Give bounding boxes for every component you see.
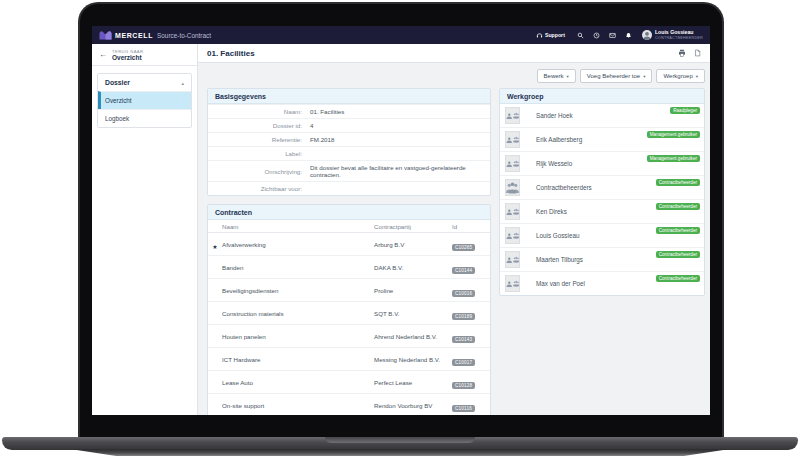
- column-id: Id: [452, 221, 490, 232]
- group-icon: [513, 132, 520, 147]
- contract-party: Rendon Voorburg BV: [372, 400, 452, 411]
- support-label: Support: [545, 32, 565, 38]
- laptop-base: [2, 437, 798, 450]
- list-item[interactable]: Contractbeheerders Contractbeheerder: [500, 176, 704, 200]
- werkgroep-button[interactable]: Werkgroep ▾: [656, 69, 705, 83]
- contract-name: Afvalverwerking: [222, 239, 372, 250]
- product-name: Source-to-Contract: [157, 32, 211, 39]
- headset-icon: [536, 32, 543, 39]
- sidebar-item-overzicht[interactable]: Overzicht: [98, 91, 191, 109]
- list-item[interactable]: Ken Direks Contractbeheerder: [500, 200, 704, 224]
- favorite-icon[interactable]: ★: [212, 244, 217, 250]
- column-contractpartij: Contractpartij: [372, 221, 452, 232]
- contract-id-badge: C10144: [452, 267, 475, 274]
- page: MERCELL Source-to-Contract Support: [0, 0, 800, 459]
- member-avatar: [505, 131, 520, 148]
- brand-name: MERCELL: [115, 32, 153, 39]
- list-item[interactable]: Louis Gossieau Contractbeheerder: [500, 224, 704, 248]
- mail-icon[interactable]: [609, 32, 616, 39]
- member-name: Louis Gossieau: [536, 232, 579, 239]
- field-row: Referentie: FM.2018: [208, 132, 490, 146]
- table-row[interactable]: ★ Banden DAKA B.V. C10144: [208, 256, 490, 279]
- document-icon[interactable]: [694, 49, 701, 57]
- list-item[interactable]: Sander Hoek Raadpleger: [500, 104, 704, 128]
- chevron-down-icon: ▾: [643, 74, 645, 79]
- contract-name: ICT Hardware: [222, 354, 372, 365]
- mercell-logo-icon: [99, 30, 112, 40]
- list-item[interactable]: Erik Aalbersberg Management gebruiker: [500, 128, 704, 152]
- contract-id-badge: C10128: [452, 382, 475, 389]
- field-value: 01. Facilities: [308, 105, 490, 118]
- search-icon[interactable]: [577, 32, 584, 39]
- group-icon: [513, 156, 520, 171]
- contract-name: Lease Auto: [222, 377, 372, 388]
- voeg-beheerder-toe-button-label: Voeg Beheerder toe: [587, 73, 640, 79]
- sidebar-menu: Dossier ▴ Overzicht Logboek: [97, 73, 192, 128]
- member-name: Contractbeheerders: [536, 184, 592, 191]
- field-value: 4: [308, 119, 490, 132]
- group-icon: [513, 252, 520, 267]
- user-menu[interactable]: Louis Gossieau CONTRACTBEHEERDER: [642, 30, 703, 40]
- group-icon: [513, 108, 520, 123]
- member-name: Max van der Poel: [536, 280, 585, 287]
- print-icon[interactable]: [678, 49, 686, 57]
- contract-party: Arburg B.V: [372, 239, 452, 250]
- member-name: Erik Aalbersberg: [536, 136, 582, 143]
- support-button[interactable]: Support: [536, 32, 565, 39]
- table-row[interactable]: ★ Lease Auto Perfect Lease C10128: [208, 371, 490, 394]
- field-label: Dossier id:: [208, 119, 308, 132]
- laptop-shadow: [70, 449, 730, 456]
- list-item[interactable]: Maarten Tilburgs Contractbeheerder: [500, 248, 704, 272]
- member-role-badge: Contractbeheerder: [656, 275, 700, 282]
- list-item[interactable]: Max van der Poel Contractbeheerder: [500, 272, 704, 295]
- contract-id-badge: C10116: [452, 405, 475, 412]
- contract-party: DAKA B.V.: [372, 262, 452, 273]
- field-value: [308, 186, 490, 192]
- table-row[interactable]: ★ Beveiligingsdiensten Proline C10016: [208, 279, 490, 302]
- member-avatar: [505, 251, 520, 268]
- table-row[interactable]: ★ Afvalverwerking Arburg B.V C10265: [208, 233, 490, 256]
- group-icon: [513, 276, 520, 291]
- member-avatar: [505, 107, 520, 124]
- contracten-table-header: Naam Contractpartij Id: [208, 220, 490, 233]
- member-name: Ken Direks: [536, 208, 567, 215]
- table-row[interactable]: ★ On-site support Rendon Voorburg BV C10…: [208, 394, 490, 415]
- history-icon[interactable]: [593, 32, 600, 39]
- column-naam: Naam: [222, 221, 372, 232]
- member-role-badge: Raadpleger: [670, 107, 700, 114]
- back-arrow-icon: ←: [99, 51, 107, 59]
- bewerk-button[interactable]: Bewerk ▾: [537, 69, 576, 83]
- field-label: Referentie:: [208, 133, 308, 146]
- notifications-icon[interactable]: [625, 32, 632, 39]
- laptop-hinge-notch: [325, 437, 475, 443]
- laptop-screen: MERCELL Source-to-Contract Support: [92, 26, 710, 415]
- chevron-down-icon: ▾: [696, 74, 698, 79]
- group-icon: [506, 180, 519, 195]
- sidebar-item-logboek[interactable]: Logboek: [98, 109, 191, 127]
- group-icon: [513, 228, 520, 243]
- table-row[interactable]: ★ Construction materials SQT B.V. C10189: [208, 302, 490, 325]
- contract-id-badge: C10143: [452, 336, 475, 343]
- sidebar-menu-header[interactable]: Dossier ▴: [98, 74, 191, 91]
- werkgroep-panel: Werkgroep: [499, 88, 705, 296]
- contract-party: Proline: [372, 285, 452, 296]
- member-role-badge: Contractbeheerder: [656, 203, 700, 210]
- table-row[interactable]: ★ Houten panelen Ahrend Nederland B.V. C…: [208, 325, 490, 348]
- member-role-badge: Management gebruiker: [647, 155, 700, 162]
- top-navbar: MERCELL Source-to-Contract Support: [92, 26, 710, 44]
- table-row[interactable]: ★ ICT Hardware Messing Nederland B.V. C1…: [208, 348, 490, 371]
- member-avatar: [505, 227, 520, 244]
- sidebar: ← TERUG NAAR Overzicht Dossier ▴ Overzic…: [92, 44, 198, 415]
- contract-id-badge: C10189: [452, 313, 475, 320]
- back-button[interactable]: ← TERUG NAAR Overzicht: [92, 44, 197, 66]
- voeg-beheerder-toe-button[interactable]: Voeg Beheerder toe ▾: [580, 69, 653, 83]
- page-title: 01. Facilities: [207, 49, 255, 58]
- contract-party: Ahrend Nederland B.V.: [372, 331, 452, 342]
- contract-party: Messing Nederland B.V.: [372, 354, 452, 365]
- contract-id-badge: C10265: [452, 244, 475, 251]
- field-row: Omschrijving: Dit dossier bevat alle fac…: [208, 160, 490, 181]
- list-item[interactable]: Rijk Wesselo Management gebruiker: [500, 152, 704, 176]
- member-role-badge: Contractbeheerder: [656, 179, 700, 186]
- field-row: Label:: [208, 146, 490, 160]
- member-avatar: [505, 203, 520, 220]
